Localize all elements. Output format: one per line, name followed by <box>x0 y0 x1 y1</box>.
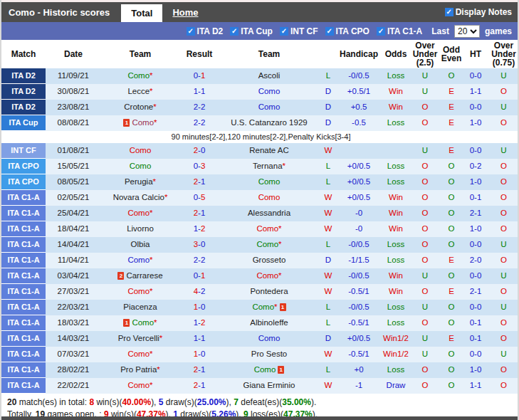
team-cell-away: Renate AC <box>219 143 319 159</box>
ht-value: 1-1 <box>470 87 482 95</box>
team-cell-home: 1Como* <box>101 115 179 131</box>
wdl-cell: L <box>319 174 337 190</box>
over-under-25-cell-value: O <box>422 162 429 170</box>
wdl-cell: D <box>319 84 337 100</box>
match-date: 28/02/21 <box>46 362 101 378</box>
star-marker: * <box>278 224 281 233</box>
team-cell-away: Como* <box>219 268 319 284</box>
team-name: Como <box>252 303 274 311</box>
checkbox-checked-icon[interactable]: ✓ <box>325 27 334 36</box>
ht-cell: 2-0 <box>464 253 487 268</box>
star-marker: * <box>150 381 152 389</box>
column-header: Match <box>1 40 46 68</box>
over-under-25-cell: U <box>411 331 439 347</box>
handicap-cell: +0 <box>337 362 380 378</box>
wdl-cell: W <box>319 221 337 237</box>
over-under-25-cell-value: O <box>422 318 429 327</box>
over-under-075-value: O <box>500 87 507 95</box>
column-header: HT <box>464 40 487 68</box>
odd-even-cell: E <box>439 115 464 131</box>
odd-even-cell-value: O <box>449 381 455 389</box>
team-cell-away: Como <box>219 84 319 100</box>
match-league-badge: ITA CPO <box>1 174 46 190</box>
over-under-25-cell: O <box>411 221 439 237</box>
over-under-25-cell: O <box>411 174 439 190</box>
over-under-25-cell-value: U <box>422 71 428 80</box>
summary-segment: ). <box>311 397 316 407</box>
league-filter-ita-c1-a[interactable]: ✓ITA C1-A <box>377 26 422 36</box>
ht-cell: 1-0 <box>464 115 487 131</box>
handicap-cell: -0/0.5 <box>337 237 380 253</box>
over-under-25-cell-value: U <box>422 271 428 280</box>
odds-cell: Loss <box>380 300 411 315</box>
checkbox-checked-icon[interactable]: ✓ <box>230 27 238 36</box>
odd-even-cell: O <box>439 206 464 221</box>
over-under-25-cell: U <box>411 143 439 159</box>
over-under-25-cell-value: U <box>422 303 428 311</box>
league-filter-ita-cpo[interactable]: ✓ITA CPO <box>325 26 369 36</box>
tab-home[interactable]: Home <box>162 2 208 22</box>
over-under-075-value: U <box>500 350 506 358</box>
odd-even-cell-value: O <box>449 209 455 217</box>
match-league-badge: ITA C1-A <box>1 378 46 394</box>
team-name: Carrarese <box>126 271 162 280</box>
bottom-bar <box>1 416 518 420</box>
team-cell-away: Albinoleffe <box>219 315 319 331</box>
display-notes-toggle[interactable]: ✓ Display Notes <box>445 7 518 17</box>
score-away: 1 <box>201 177 205 186</box>
over-under-075-cell: O <box>487 206 519 221</box>
handicap-cell: -0.5/1 <box>337 284 380 300</box>
over-under-075-cell: O <box>487 362 519 378</box>
team-cell-away: U.S. Catanzaro 1929 <box>219 115 319 131</box>
red-card-icon: 1 <box>123 119 130 127</box>
star-marker: * <box>153 103 156 111</box>
display-notes-checkbox-icon[interactable]: ✓ <box>445 8 454 16</box>
odd-even-cell: E <box>439 331 464 347</box>
star-marker: * <box>150 209 152 217</box>
over-under-075-cell: U <box>487 300 519 315</box>
match-date: 08/08/21 <box>46 115 101 131</box>
over-under-075-cell: O <box>487 284 519 300</box>
odds-cell-value: Loss <box>387 303 404 311</box>
match-date: 14/04/21 <box>46 237 101 253</box>
team-name: Como <box>256 240 278 248</box>
over-under-075-value: O <box>500 118 507 127</box>
ht-cell: 0-0 <box>464 100 487 115</box>
odd-even-cell-value: O <box>449 318 455 327</box>
handicap-value: -0.5/1 <box>348 350 369 358</box>
handicap-cell: -1/1.5 <box>337 253 380 268</box>
summary-segment: draw(s)( <box>163 397 196 407</box>
over-under-25-cell: O <box>411 237 439 253</box>
star-marker: * <box>154 118 157 127</box>
match-date: 22/02/21 <box>46 378 101 394</box>
team-cell-away: Como <box>219 331 319 347</box>
match-league-badge: ITA C1-A <box>1 284 46 300</box>
over-under-25-cell-value: O <box>422 256 429 264</box>
checkbox-checked-icon[interactable]: ✓ <box>187 27 195 36</box>
team-cell-away: Como* <box>219 237 319 253</box>
tab-total[interactable]: Total <box>121 4 162 22</box>
over-under-075-cell: O <box>487 378 519 394</box>
league-filter-ita-d2[interactable]: ✓ITA D2 <box>187 26 224 36</box>
checkbox-checked-icon[interactable]: ✓ <box>377 27 385 36</box>
league-filter-ita-cup[interactable]: ✓ITA Cup <box>230 26 273 36</box>
team-cell-home: Como <box>101 143 179 159</box>
team-name: Renate AC <box>249 146 289 154</box>
team-name: Como <box>256 271 278 280</box>
score-away: 0 <box>201 350 205 358</box>
handicap-value: -0.5/1 <box>348 287 369 295</box>
handicap-value: -0/0.5 <box>348 271 369 280</box>
league-filter-int-cf[interactable]: ✓INT CF <box>280 26 318 36</box>
last-games-select[interactable]: 20 <box>454 25 480 38</box>
summary-segment: 25.00% <box>197 397 226 407</box>
score-away: 0 <box>201 303 205 311</box>
score-away: 0 <box>201 146 205 154</box>
table-row: ITA D230/08/21Lecce*1-1ComoD+0.5/1WinUE1… <box>1 84 519 100</box>
table-row: ITA C1-A11/04/21Como*2-2GrossetoD-1/1.5L… <box>1 253 519 268</box>
result-score: 2-2 <box>179 253 219 268</box>
over-under-075-value: O <box>500 162 507 170</box>
table-row: ITA C1-A22/03/21Piacenza1-0Como*1L-0/0.5… <box>1 300 519 315</box>
team-cell-home: Como* <box>101 347 179 362</box>
checkbox-checked-icon[interactable]: ✓ <box>280 27 288 36</box>
match-league-badge: ITA C1-A <box>1 362 46 378</box>
